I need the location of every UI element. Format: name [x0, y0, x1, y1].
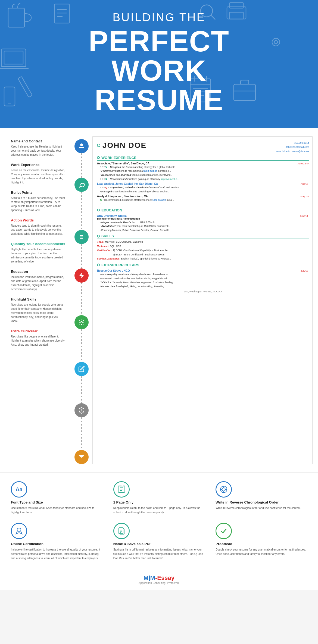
- svg-rect-4: [227, 7, 246, 19]
- svg-rect-43: [119, 528, 123, 534]
- header-content: BUILDING THE PERFECT WORK RESUME: [89, 11, 229, 115]
- gear-icon-circle: [74, 315, 89, 329]
- tip-proofread-title: Proofread: [216, 542, 232, 546]
- resume-job-1: Associate, "Simmerville", San Diego, CA …: [97, 162, 309, 181]
- svg-rect-5: [230, 3, 243, 8]
- svg-rect-10: [4, 87, 15, 106]
- svg-point-22: [274, 40, 278, 44]
- sidebar-quantify: Quantify Your Accomplishments Highlight …: [11, 242, 65, 264]
- resume-contact: 452.699.9914 JohnD75@gmail.com www.linke…: [276, 141, 309, 154]
- sidebar-title-bullets: Bullet Points: [11, 190, 65, 195]
- resume-bullet: • Recommended distribution strategy to m…: [100, 198, 309, 202]
- icon-person: [74, 139, 89, 178]
- svg-point-21: [272, 38, 280, 46]
- tip-cert-title: Online Certification: [11, 542, 43, 546]
- list-icon-circle: [74, 230, 89, 244]
- tip-chrono-text: Write in reverse chronological order and…: [216, 506, 301, 510]
- footer-tagline: Application Consulting. Protected.: [5, 582, 313, 584]
- resume-work-exp-header: WORK EXPERIENCE: [97, 156, 309, 161]
- icon-list: [74, 230, 89, 268]
- resume-name-header: JOHN DOE 452.699.9914 JohnD75@gmail.com …: [97, 141, 309, 154]
- svg-rect-8: [4, 51, 23, 64]
- sidebar-action-words: Action Words Readers tend to skim throug…: [11, 218, 65, 236]
- lightning-icon-circle: [74, 268, 89, 283]
- sidebar-title-education: Education: [11, 270, 65, 274]
- sidebar-highlight-skills: Highlight Skills Recruiters are looking …: [11, 297, 65, 323]
- icon-trophy: [74, 450, 89, 464]
- tip-cert-text: Include online certification to increase…: [11, 548, 102, 561]
- svg-rect-6: [230, 12, 243, 19]
- resume-bullet: • Performed valuations to recommend a $7…: [100, 169, 309, 173]
- resume-bullet: • Designed the Asian marketing strategy …: [100, 165, 309, 169]
- tip-font-text: Use standard fonts like Arial. Keep font…: [11, 506, 102, 515]
- resume-skills-content: Tools: MS Visio, SQL Querying, Balsamiq …: [97, 240, 309, 261]
- sidebar-text-extra: Recruiters like people who are different…: [11, 334, 65, 347]
- tip-chrono-icon: [216, 481, 232, 498]
- resume-edu-header: EDUCATION: [97, 208, 309, 213]
- svg-rect-1: [54, 4, 69, 23]
- sidebar-text-work-exp: Focus on the essentials. Include designa…: [11, 168, 65, 185]
- svg-point-36: [222, 488, 225, 491]
- resume-name: JOHN DOE: [97, 141, 146, 150]
- tip-pdf-title: Name & Save as a PDF: [113, 542, 152, 546]
- person-icon-circle: [74, 139, 89, 153]
- resume-bullet: •: [100, 202, 309, 206]
- resume-bullet: Interests: Beach volleyball, Skiing, Woo…: [100, 285, 309, 288]
- icons-column: S: [71, 136, 92, 464]
- resume-bullet: • Increased contributions by 28% by intr…: [100, 277, 309, 280]
- tip-proofread: Proofread Double-check your resume for a…: [216, 523, 307, 561]
- sidebar-name-contact: Name and Contact Keep it simple, use the…: [11, 139, 65, 157]
- svg-rect-7: [1, 49, 26, 67]
- svg-rect-0: [8, 8, 24, 27]
- page-header: BUILDING THE PERFECT WORK RESUME: [0, 0, 318, 128]
- sidebar-text-quantify: Highlight the benefits the company deriv…: [11, 247, 65, 264]
- main-section: Name and Contact Keep it simple, use the…: [0, 128, 318, 472]
- tip-proofread-icon: [216, 523, 232, 539]
- sidebar-title-extra: Extra Curricular: [11, 329, 65, 333]
- svg-marker-27: [79, 273, 84, 278]
- tip-onepage-icon: [113, 481, 130, 498]
- sidebar-title-name-contact: Name and Contact: [11, 139, 65, 143]
- sidebar-title-skills: Highlight Skills: [11, 297, 65, 301]
- resume-job-3: Analyst, Utopia Inc , San Francisco, CA …: [97, 195, 309, 206]
- tip-onepage-title: 1 Page Only: [113, 500, 133, 504]
- footer-logo: M|M-Essay: [5, 574, 313, 582]
- resume-bullet: • Ensure quality creation and timely dis…: [100, 273, 309, 276]
- icon-lightning: [74, 268, 89, 315]
- resume-job-2: Lead Analyst, Jones Capital Inc, San Die…: [97, 182, 309, 193]
- sidebar-text-skills: Recruiters are looking for people who ar…: [11, 303, 65, 323]
- tip-font-title: Font Type and Size: [11, 500, 43, 504]
- sidebar-text-name-contact: Keep it simple, use the Header to highli…: [11, 145, 65, 157]
- resume-bullet: • Managed cross-functional teams consist…: [100, 190, 309, 193]
- resume-bullet: • Supervised, trained and evaluated team…: [100, 186, 309, 189]
- tip-proofread-text: Double-check your resume for any grammat…: [216, 548, 307, 556]
- trophy-icon-circle: [74, 450, 89, 464]
- svg-text:S: S: [81, 409, 83, 412]
- icon-pencil: [74, 362, 89, 403]
- icon-gear: [74, 315, 89, 362]
- svg-rect-9: [18, 76, 32, 97]
- resume-bullet: • Awarded a 2-year merit scholarship of …: [100, 224, 309, 228]
- icon-shield: S: [74, 403, 89, 450]
- sidebar-title-quantify: Quantify Your Accomplishments: [11, 242, 65, 246]
- resume-bullet: • Magna cum laude, Dean's list GPA 3.65/…: [100, 221, 309, 224]
- tip-cert-icon: [11, 523, 27, 539]
- resume-edu-content: ABC University, Utopia June'11- Bachelor…: [97, 214, 309, 232]
- resume-bullet: • Recommended initiatives gaining an eff…: [100, 177, 309, 181]
- tip-onepage-text: Keep resume clean, to the point, and lim…: [113, 506, 205, 515]
- shield-icon-circle: S: [74, 403, 89, 417]
- sidebar-text-education: Include the institution name, program na…: [11, 275, 65, 291]
- tip-name-save: Name & Save as a PDF Saving a file in pd…: [113, 523, 205, 561]
- tip-font-type: Aa Font Type and Size Use standard fonts…: [11, 481, 102, 515]
- svg-rect-19: [234, 84, 255, 101]
- svg-point-28: [81, 321, 82, 323]
- header-subtitle: BUILDING THE: [89, 11, 229, 24]
- tip-pdf-icon: [113, 523, 130, 539]
- tip-online-cert: Online Certification Include online cert…: [11, 523, 102, 561]
- resume-skills-header: SKILLS: [97, 234, 309, 239]
- icons-resume-area: S JOHN DOE 452.69: [71, 136, 313, 464]
- sidebar-title-action: Action Words: [11, 218, 65, 222]
- sidebar-text-bullets: Stick to 3 to 5 bullets per company, use…: [11, 196, 65, 212]
- icon-wrench: [74, 178, 89, 230]
- resume-address: 180, Washington Avenue, XXXXXX: [97, 290, 309, 293]
